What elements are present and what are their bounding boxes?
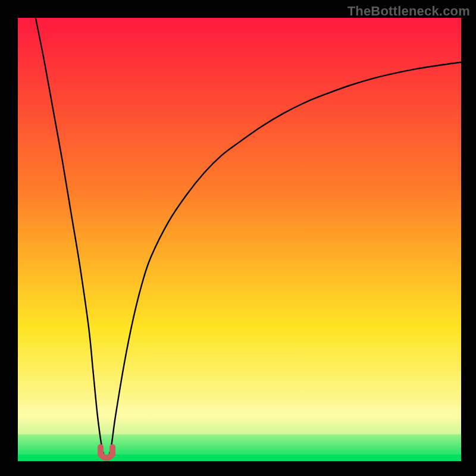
chart-frame: TheBottleneck.com: [0, 0, 476, 476]
highlight-band: [18, 406, 461, 434]
plot-area: [18, 18, 461, 461]
green-baseline: [18, 455, 461, 461]
gradient-background: [18, 18, 461, 461]
chart-svg: [18, 18, 461, 461]
watermark-text: TheBottleneck.com: [347, 4, 470, 19]
